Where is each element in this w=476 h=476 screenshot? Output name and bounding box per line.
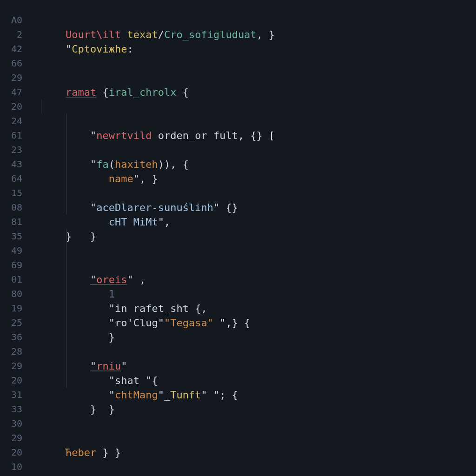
line-number: 69 — [0, 258, 22, 272]
code-line[interactable] — [41, 229, 476, 244]
line-number: 20 — [0, 373, 22, 388]
code-line[interactable]: "rniu" — [41, 330, 476, 344]
code-line[interactable]: } — [41, 388, 476, 402]
code-line[interactable] — [41, 114, 476, 128]
line-number: 49 — [0, 244, 22, 258]
line-number: 23 — [0, 143, 22, 157]
line-number: 2 — [0, 27, 22, 42]
line-number: 33 — [0, 402, 22, 416]
line-number-gutter: A024266294720246123436415088135496901801… — [0, 0, 28, 476]
line-number: A0 — [0, 13, 22, 27]
code-line[interactable]: cHT MiMt", — [41, 186, 476, 200]
line-number: 36 — [0, 330, 22, 344]
line-number: 20 — [0, 445, 22, 460]
code-line[interactable]: } — [41, 200, 476, 215]
code-line[interactable]: name", } — [41, 143, 476, 157]
line-number: 66 — [0, 56, 22, 71]
code-line[interactable]: "newrtvild orden_or fult, {} [ — [41, 99, 476, 114]
line-number: 24 — [0, 114, 22, 128]
code-line[interactable]: "in rafet_sht {, — [41, 272, 476, 287]
line-number: 29 — [0, 431, 22, 445]
code-line[interactable] — [41, 85, 476, 99]
code-line[interactable]: "shat "{ — [41, 344, 476, 359]
token-brace: } } — [96, 447, 121, 458]
line-number: 19 — [0, 301, 22, 316]
line-number: 47 — [0, 85, 22, 99]
code-line[interactable]: "oreis" , — [41, 244, 476, 258]
token-identifier: Ћeber — [66, 447, 96, 458]
code-line[interactable]: Uourt\ilt texat/Cro_sofigluduat, } — [41, 13, 476, 27]
line-number: 20 — [0, 99, 22, 114]
code-editor[interactable]: Uourt\ilt texat/Cro_sofigluduat, } "Cpto… — [28, 0, 476, 476]
line-number: 28 — [0, 344, 22, 359]
code-line[interactable]: "Cptoviжhe: — [41, 27, 476, 42]
code-line[interactable]: "ro'Clug""Tegasa" ",} { — [41, 287, 476, 301]
code-line[interactable] — [41, 402, 476, 416]
code-line[interactable]: "aceDlarer-sunuślinh" {} — [41, 172, 476, 186]
code-line[interactable]: ramat {iral_chrolx { — [41, 71, 476, 85]
line-number: 80 — [0, 287, 22, 301]
code-line[interactable] — [41, 42, 476, 56]
line-number: 10 — [0, 460, 22, 474]
code-line[interactable]: } — [41, 373, 476, 388]
line-number: 61 — [0, 128, 22, 143]
line-number: 43 — [0, 157, 22, 172]
code-line[interactable] — [41, 416, 476, 431]
line-number: 64 — [0, 172, 22, 186]
line-number: 01 — [0, 272, 22, 287]
line-number: 81 — [0, 215, 22, 229]
line-number: 15 — [0, 186, 22, 200]
code-line[interactable]: } — [41, 215, 476, 229]
line-number: 25 — [0, 316, 22, 330]
line-number: 29 — [0, 359, 22, 373]
line-number: 29 — [0, 71, 22, 85]
line-number: 30 — [0, 416, 22, 431]
line-number: 35 — [0, 229, 22, 244]
code-line[interactable]: "chtMang"_Tunft" "; { — [41, 359, 476, 373]
code-line[interactable] — [41, 316, 476, 330]
code-line[interactable]: 1 — [41, 258, 476, 272]
code-line[interactable] — [41, 56, 476, 71]
line-number: 42 — [0, 42, 22, 56]
code-line[interactable]: "fa(haxiteh)), { — [41, 128, 476, 143]
code-line[interactable]: } — [41, 301, 476, 316]
line-number: 31 — [0, 388, 22, 402]
code-line[interactable] — [41, 157, 476, 172]
code-line[interactable]: Ћeber } } — [41, 431, 476, 445]
line-number: 08 — [0, 200, 22, 215]
